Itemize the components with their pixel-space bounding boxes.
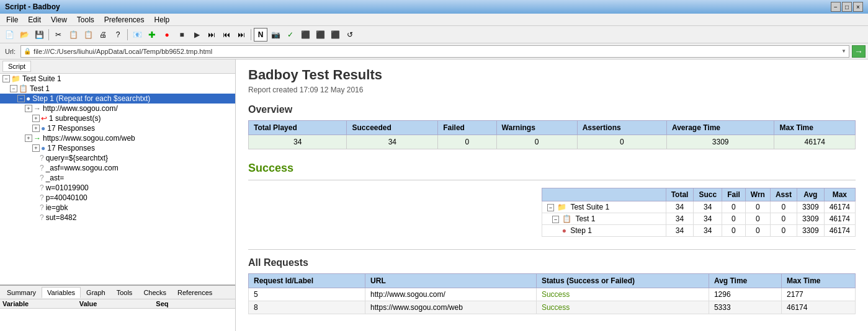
tab-tools[interactable]: Tools <box>111 287 138 298</box>
resp-icon-1: ● <box>41 124 45 133</box>
col-r-wrn: Wrn <box>745 188 770 201</box>
tree-node-p1[interactable]: ? query=${searchtxt} <box>0 153 235 163</box>
go-button[interactable]: → <box>852 45 866 58</box>
refresh-button[interactable]: ↺ <box>343 28 357 42</box>
col-assertions: Assertions <box>577 121 666 135</box>
check-button[interactable]: ✓ <box>284 28 297 42</box>
camera-button[interactable]: 📷 <box>269 28 282 42</box>
bottom-tab-bar: Summary Variables Graph Tools Checks Ref… <box>0 286 235 299</box>
variables-content: Variable Value Seq <box>0 299 235 331</box>
expander-resp1[interactable]: + <box>32 125 40 132</box>
expander-testsuite1[interactable]: − <box>2 75 10 82</box>
save-button[interactable]: 💾 <box>32 28 46 42</box>
tree-node-testsuite1[interactable]: − 📁 Test Suite 1 <box>0 74 235 84</box>
req-max-2: 46174 <box>782 301 856 314</box>
r-step-icon-s1: ● <box>562 226 566 235</box>
label-subreq: 1 subrequest(s) <box>49 114 101 123</box>
block2-button[interactable]: ⬛ <box>313 28 327 42</box>
cut-button[interactable]: ✂ <box>51 28 65 42</box>
col-req-max: Max Time <box>782 274 856 288</box>
print-button[interactable]: 🖨 <box>96 28 110 42</box>
fast-forward-button[interactable]: ⏭ <box>205 28 218 42</box>
tree-node-p4[interactable]: ? w=01019900 <box>0 183 235 193</box>
copy-button[interactable]: 📋 <box>66 28 80 42</box>
menu-tools[interactable]: Tools <box>73 14 98 25</box>
address-input-wrap[interactable]: 🔒 file:///C:/Users/liuhui/AppData/Local/… <box>20 45 849 58</box>
tree-node-url2[interactable]: + → https://www.sogou.com/web <box>0 133 235 143</box>
tree-node-step1[interactable]: − ● Step 1 (Repeat for each $searchtxt) <box>0 94 235 104</box>
block1-button[interactable]: ⬛ <box>298 28 312 42</box>
new-button[interactable]: 📄 <box>2 28 16 42</box>
tree-node-subreq[interactable]: + ↩ 1 subrequest(s) <box>0 113 235 123</box>
menu-help[interactable]: Help <box>151 14 174 25</box>
tree-node-p7[interactable]: ? sut=8482 <box>0 213 235 223</box>
menu-bar: File Edit View Tools Preferences Help <box>0 14 868 26</box>
expander-url1[interactable]: + <box>25 105 32 112</box>
tab-checks[interactable]: Checks <box>138 287 172 298</box>
address-text[interactable]: file:///C:/Users/liuhui/AppData/Local/Te… <box>34 48 839 55</box>
record-button[interactable]: ● <box>160 28 174 42</box>
status-success-1: Success <box>542 290 570 299</box>
req-avg-2: 5333 <box>709 301 781 314</box>
result-s1-avg: 3309 <box>797 225 824 237</box>
rewind-button[interactable]: ⏮ <box>220 28 233 42</box>
tree-node-p5[interactable]: ? p=40040100 <box>0 193 235 203</box>
tree-node-test1[interactable]: − 📋 Test 1 <box>0 84 235 94</box>
menu-edit[interactable]: Edit <box>24 14 45 25</box>
label-resp1: 17 Responses <box>47 124 95 133</box>
tree-node-p6[interactable]: ? ie=gbk <box>0 203 235 213</box>
window-controls[interactable]: − □ × <box>831 2 863 12</box>
col-req-avg: Avg Time <box>709 274 781 288</box>
tree-node-url1[interactable]: + → http://www.sogou.com/ <box>0 104 235 113</box>
tree-node-p2[interactable]: ? _asf=www.sogou.com <box>0 163 235 173</box>
minimize-button[interactable]: − <box>831 2 841 12</box>
close-button[interactable]: × <box>853 2 863 12</box>
result-label-s1: ● Step 1 <box>542 225 666 237</box>
step-icon-s1: ● <box>26 94 30 103</box>
email-button[interactable]: 📧 <box>130 28 144 42</box>
divider <box>248 180 856 180</box>
req-id-2: 8 <box>249 301 365 314</box>
expander-url2[interactable]: + <box>25 135 32 142</box>
param-icon-p1: ? <box>40 154 44 162</box>
stop-button[interactable]: ■ <box>175 28 189 42</box>
help-button[interactable]: ? <box>111 28 125 42</box>
expander-test1[interactable]: − <box>10 85 17 92</box>
tree-node-resp1[interactable]: + ● 17 Responses <box>0 123 235 133</box>
label-p5: p=40040100 <box>46 193 87 202</box>
block3-button[interactable]: ⬛ <box>328 28 342 42</box>
menu-view[interactable]: View <box>47 14 71 25</box>
maximize-button[interactable]: □ <box>842 2 852 12</box>
test-icon-t1: 📋 <box>19 84 28 93</box>
expander-resp2[interactable]: + <box>32 144 40 152</box>
tree-area[interactable]: − 📁 Test Suite 1 − 📋 Test 1 − ● Step 1 ( <box>0 74 235 285</box>
menu-file[interactable]: File <box>2 14 22 25</box>
n-button[interactable]: N <box>254 28 267 42</box>
left-panel: Script − 📁 Test Suite 1 − 📋 Test 1 <box>0 60 236 331</box>
req-url-2: https://www.sogou.com/web <box>365 301 537 314</box>
tab-references[interactable]: References <box>172 287 218 298</box>
label-p7: sut=8482 <box>46 213 77 222</box>
resp-icon-2: ● <box>41 144 45 152</box>
expander-subreq[interactable]: + <box>32 115 40 122</box>
req-status-1: Success <box>536 288 709 301</box>
menu-preferences[interactable]: Preferences <box>101 14 148 25</box>
paste-button[interactable]: 📋 <box>81 28 95 42</box>
next-button[interactable]: ⏭ <box>235 28 248 42</box>
play-button[interactable]: ▶ <box>190 28 204 42</box>
tab-summary[interactable]: Summary <box>1 287 42 298</box>
open-button[interactable]: 📂 <box>17 28 31 42</box>
add-button[interactable]: ✚ <box>145 28 159 42</box>
tab-variables[interactable]: Variables <box>42 287 81 298</box>
tree-node-resp2[interactable]: + ● 17 Responses <box>0 143 235 153</box>
result-s1-wrn: 0 <box>745 225 770 237</box>
label-step1: Step 1 (Repeat for each $searchtxt) <box>32 94 150 103</box>
val-failed: 0 <box>438 135 496 149</box>
label-url1: http://www.sogou.com/ <box>43 104 118 113</box>
label-p2: _asf=www.sogou.com <box>46 164 119 172</box>
expander-step1[interactable]: − <box>17 95 25 102</box>
tab-graph[interactable]: Graph <box>81 287 111 298</box>
dropdown-icon[interactable]: ▼ <box>841 48 846 54</box>
script-tab[interactable]: Script <box>2 61 31 72</box>
tree-node-p3[interactable]: ? _ast= <box>0 173 235 183</box>
